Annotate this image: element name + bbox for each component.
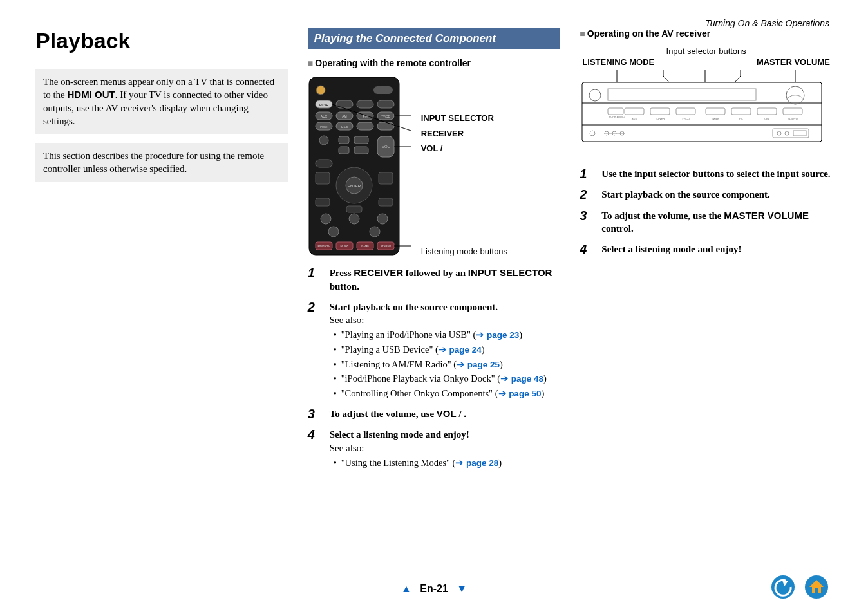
svg-text:ENTER: ENTER bbox=[348, 184, 361, 188]
input-selector-label: Input selector buttons bbox=[580, 46, 833, 56]
callout-listening-mode: Listening mode buttons bbox=[421, 247, 507, 257]
svg-rect-5 bbox=[357, 100, 373, 108]
step-number: 1 bbox=[580, 165, 587, 183]
svg-rect-2 bbox=[373, 86, 393, 94]
svg-text:PORT: PORT bbox=[319, 126, 328, 129]
svg-text:PURE AUDIO: PURE AUDIO bbox=[609, 115, 625, 118]
page-link-23[interactable]: page 23 bbox=[487, 330, 519, 340]
svg-rect-31 bbox=[354, 147, 368, 154]
step-number: 3 bbox=[308, 405, 315, 423]
svg-rect-15 bbox=[377, 122, 394, 130]
page-footer: ▲ En-21 ▼ bbox=[0, 583, 868, 595]
remote-callouts: INPUT SELECTOR RECEIVER VOL / Listening … bbox=[421, 76, 507, 256]
svg-text:VOL: VOL bbox=[382, 145, 390, 149]
step-number: 2 bbox=[308, 299, 315, 316]
svg-text:MUSIC: MUSIC bbox=[340, 245, 348, 248]
callout-input-selector: INPUT SELECTOR bbox=[421, 113, 507, 124]
label-master-volume: MASTER VOLUME bbox=[757, 57, 830, 67]
svg-text:CBL: CBL bbox=[764, 117, 770, 120]
column-3: ■Operating on the AV receiver Input sele… bbox=[580, 28, 833, 478]
svg-rect-36 bbox=[316, 172, 330, 184]
svg-text:MOVIE/TV: MOVIE/TV bbox=[317, 245, 330, 248]
svg-text:USB: USB bbox=[341, 125, 348, 129]
page-title: Playback bbox=[35, 28, 288, 53]
svg-rect-40 bbox=[346, 206, 362, 212]
svg-text:AM: AM bbox=[342, 115, 347, 118]
svg-text:PC: PC bbox=[739, 117, 743, 120]
step-number: 3 bbox=[580, 207, 587, 225]
page-number: En-21 bbox=[420, 583, 448, 594]
svg-text:GAME: GAME bbox=[712, 117, 720, 120]
sub-remote: ■Operating with the remote controller bbox=[308, 58, 561, 68]
step-number: 4 bbox=[580, 241, 587, 258]
info-box-1: The on-screen menus appear only on a TV … bbox=[35, 69, 288, 134]
svg-rect-38 bbox=[316, 198, 330, 206]
svg-point-1 bbox=[316, 86, 325, 95]
svg-rect-39 bbox=[379, 198, 393, 206]
info1-bold: HDMI OUT bbox=[68, 89, 115, 100]
receiver-diagram: AUX TUNER TV/CD GAME PC CBL BD/DVD PURE … bbox=[580, 70, 824, 147]
column-1: Playback The on-screen menus appear only… bbox=[35, 28, 288, 478]
svg-text:TV/CD: TV/CD bbox=[381, 115, 390, 118]
svg-point-42 bbox=[349, 214, 359, 224]
remote-steps: 1 Press RECEIVER followed by an INPUT SE… bbox=[308, 266, 561, 469]
svg-rect-6 bbox=[377, 100, 394, 108]
svg-point-43 bbox=[377, 214, 388, 224]
step-number: 4 bbox=[308, 426, 315, 443]
next-page-icon[interactable]: ▼ bbox=[457, 583, 467, 594]
svg-rect-32 bbox=[316, 160, 332, 167]
svg-rect-93 bbox=[815, 588, 818, 593]
back-icon[interactable] bbox=[770, 574, 796, 600]
svg-rect-28 bbox=[339, 136, 349, 144]
page-link-28[interactable]: page 28 bbox=[466, 458, 498, 468]
svg-point-27 bbox=[319, 136, 328, 145]
svg-text:TUNER: TUNER bbox=[656, 117, 665, 120]
square-bullet-icon: ■ bbox=[308, 58, 313, 68]
svg-rect-14 bbox=[357, 122, 373, 130]
svg-text:STEREO: STEREO bbox=[380, 245, 390, 248]
column-2: Playing the Connected Component ■Operati… bbox=[308, 28, 561, 478]
prev-page-icon[interactable]: ▲ bbox=[401, 583, 411, 594]
svg-point-44 bbox=[328, 227, 339, 237]
svg-text:AUX: AUX bbox=[321, 115, 328, 118]
page-link-24[interactable]: page 24 bbox=[449, 345, 481, 355]
svg-text:GAME: GAME bbox=[361, 245, 369, 248]
svg-rect-29 bbox=[339, 147, 349, 154]
svg-text:TV/CD: TV/CD bbox=[682, 117, 690, 120]
sub-receiver: ■Operating on the AV receiver bbox=[580, 28, 833, 39]
callout-vol: VOL / bbox=[421, 144, 507, 154]
page-link-48[interactable]: page 48 bbox=[511, 374, 543, 384]
remote-diagram: RCVR AUX AM FM TV/CD PORT USB bbox=[308, 76, 411, 256]
page-link-25[interactable]: page 25 bbox=[467, 360, 500, 369]
svg-text:AUX: AUX bbox=[632, 117, 637, 120]
callout-receiver: RECEIVER bbox=[421, 129, 507, 139]
receiver-steps: 1 Use the input selector buttons to sele… bbox=[580, 167, 833, 256]
svg-rect-4 bbox=[336, 100, 353, 108]
step-number: 2 bbox=[580, 186, 587, 203]
svg-rect-58 bbox=[582, 82, 822, 142]
label-listening-mode: LISTENING MODE bbox=[582, 57, 654, 67]
step-number: 1 bbox=[308, 265, 315, 282]
square-bullet-icon: ■ bbox=[580, 28, 585, 39]
svg-point-41 bbox=[321, 214, 331, 224]
section-heading: Playing the Connected Component bbox=[308, 28, 561, 49]
svg-text:BD/DVD: BD/DVD bbox=[788, 117, 798, 120]
svg-text:RCVR: RCVR bbox=[319, 103, 329, 107]
home-icon[interactable] bbox=[804, 574, 829, 600]
svg-rect-37 bbox=[379, 172, 393, 184]
svg-rect-30 bbox=[354, 136, 368, 144]
info-box-2: This section describes the procedure for… bbox=[35, 143, 288, 182]
page-link-50[interactable]: page 50 bbox=[509, 389, 541, 398]
svg-point-45 bbox=[370, 227, 380, 237]
breadcrumb: Turning On & Basic Operations bbox=[705, 18, 829, 28]
